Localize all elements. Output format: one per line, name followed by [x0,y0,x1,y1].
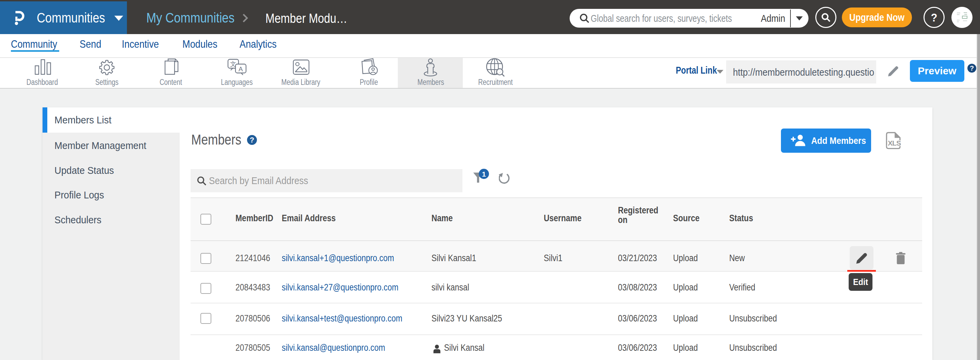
svg-text:A: A [239,66,243,73]
svg-text:XLS: XLS [888,139,901,147]
